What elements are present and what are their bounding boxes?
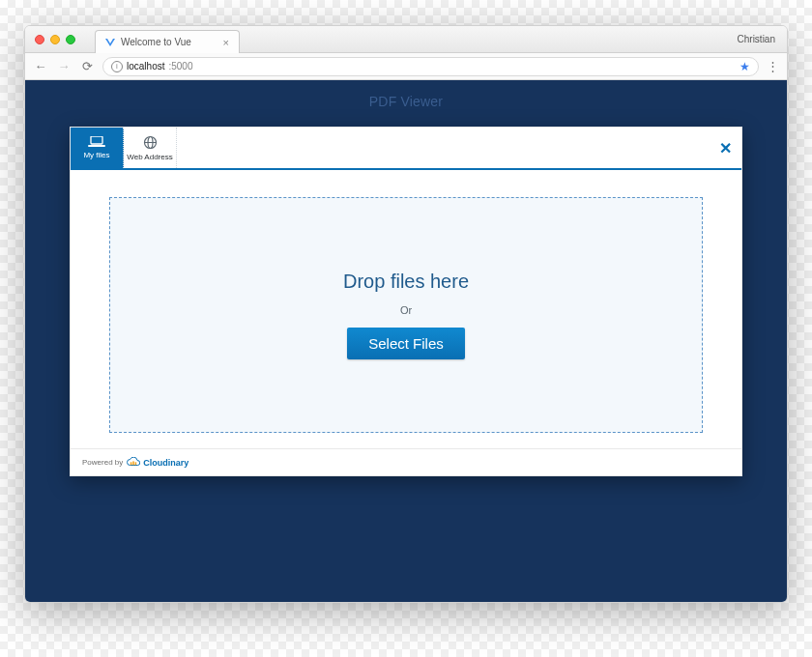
browser-profile-name[interactable]: Christian <box>738 34 787 44</box>
file-dropzone[interactable]: Drop files here Or Select Files <box>109 197 703 433</box>
tab-close-icon[interactable]: × <box>223 37 229 48</box>
dropzone-or-text: Or <box>400 304 412 316</box>
tab-web-address-label: Web Address <box>127 153 172 161</box>
nav-reload-icon[interactable]: ⟳ <box>79 59 95 73</box>
cloudinary-brand-text: Cloudinary <box>143 458 188 468</box>
upload-widget: My files Web Address ✕ Drop files here O… <box>70 127 742 476</box>
cloud-icon <box>127 457 140 468</box>
page-title: PDF Viewer <box>369 80 443 127</box>
svg-marker-0 <box>105 39 115 46</box>
tab-title: Welcome to Vue <box>121 37 191 47</box>
browser-menu-icon[interactable]: ⋮ <box>767 59 779 73</box>
browser-window: Welcome to Vue × Christian ← → ⟳ i local… <box>24 25 788 603</box>
url-input[interactable]: i localhost:5000 ★ <box>102 57 759 76</box>
svg-rect-8 <box>135 462 137 465</box>
nav-forward-icon[interactable]: → <box>56 59 72 73</box>
vue-favicon <box>105 38 115 47</box>
tab-my-files[interactable]: My files <box>71 128 124 168</box>
globe-icon <box>143 135 158 150</box>
window-titlebar: Welcome to Vue × Christian <box>25 26 787 53</box>
dropzone-title: Drop files here <box>343 271 469 293</box>
close-icon: ✕ <box>719 139 732 157</box>
address-bar: ← → ⟳ i localhost:5000 ★ ⋮ <box>25 53 787 80</box>
cloudinary-brand[interactable]: Cloudinary <box>127 457 188 468</box>
tab-web-address[interactable]: Web Address <box>124 128 177 168</box>
site-info-icon[interactable]: i <box>111 61 123 72</box>
powered-by-text: Powered by <box>82 458 123 467</box>
svg-rect-1 <box>91 136 102 144</box>
select-files-button[interactable]: Select Files <box>347 328 465 359</box>
window-close-button[interactable] <box>35 35 44 44</box>
browser-tab[interactable]: Welcome to Vue × <box>95 30 240 53</box>
bookmark-star-icon[interactable]: ★ <box>740 60 750 73</box>
window-minimize-button[interactable] <box>50 35 60 44</box>
svg-rect-6 <box>130 462 132 465</box>
widget-tab-bar: My files Web Address ✕ <box>71 128 741 170</box>
laptop-icon <box>88 136 105 148</box>
svg-rect-7 <box>132 461 134 465</box>
url-port: :5000 <box>168 61 192 71</box>
tab-strip: Welcome to Vue × <box>95 26 240 52</box>
widget-close-button[interactable]: ✕ <box>709 128 741 168</box>
page-viewport: PDF Viewer My files Web Address ✕ <box>25 80 787 602</box>
url-host: localhost <box>127 61 164 71</box>
tab-my-files-label: My files <box>83 151 109 159</box>
widget-footer: Powered by Cloudinary <box>71 448 741 475</box>
window-maximize-button[interactable] <box>66 35 75 44</box>
traffic-lights <box>25 35 75 44</box>
widget-body: Drop files here Or Select Files <box>71 170 741 448</box>
svg-rect-2 <box>88 145 105 147</box>
nav-back-icon[interactable]: ← <box>33 59 48 73</box>
